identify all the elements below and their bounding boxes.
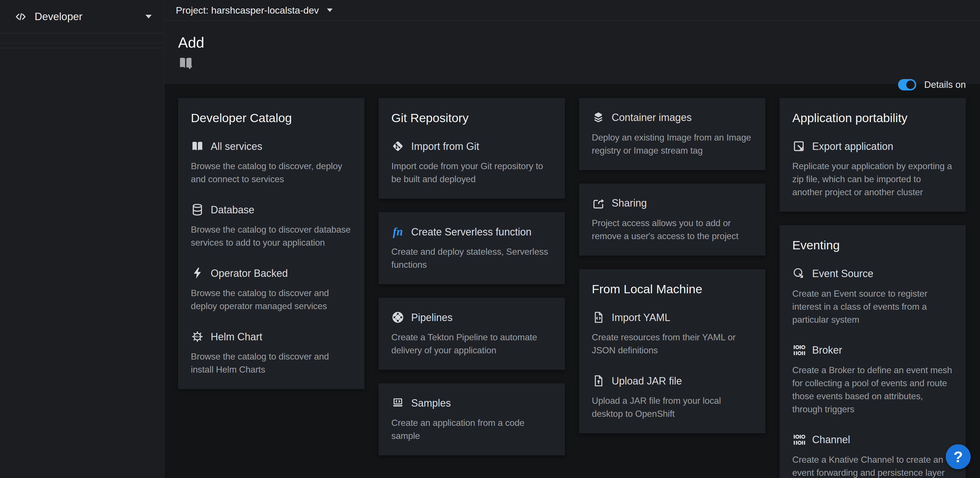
- card-item-head: Channel: [792, 433, 953, 446]
- card-item-head: Container images: [592, 111, 752, 124]
- card-item-head: fn Create Serverless function: [391, 225, 552, 238]
- card: Git Repository Import from Git Import co…: [379, 98, 565, 199]
- card-column-4: Application portability Export applicati…: [780, 98, 966, 478]
- fn-icon: fn: [391, 225, 404, 238]
- card-items: Pipelines Create a Tekton Pipeline to au…: [391, 311, 552, 357]
- card-item-head: All services: [191, 140, 352, 153]
- card-item-title: Sharing: [612, 197, 647, 209]
- card-item-description: Project access allows you to add or remo…: [592, 216, 752, 243]
- book-open-icon: [191, 140, 204, 153]
- laptop-code-icon: [391, 396, 404, 410]
- card-item-export-application[interactable]: Export application Replicate your applic…: [792, 140, 953, 199]
- card-item-description: Upload a JAR file from your local deskto…: [592, 394, 752, 420]
- card: Samples Create an application from a cod…: [379, 383, 565, 455]
- card-item-title: Samples: [411, 397, 451, 409]
- chevron-down-icon: [327, 8, 332, 12]
- project-bar: Project: harshcasper-localsta-dev: [164, 0, 980, 21]
- card-items: Import from Git Import code from your Gi…: [391, 140, 552, 186]
- help-button[interactable]: ?: [946, 444, 970, 469]
- card-items: Event Source Create an Event source to r…: [792, 267, 953, 478]
- details-toggle[interactable]: [898, 79, 916, 91]
- card: Developer Catalog All services Browse th…: [178, 98, 364, 389]
- add-page-content: Developer Catalog All services Browse th…: [164, 84, 980, 478]
- card-column-2: Git Repository Import from Git Import co…: [379, 98, 565, 455]
- question-icon: ?: [954, 448, 963, 465]
- card-title: Git Repository: [391, 111, 552, 125]
- card: Sharing Project access allows you to add…: [579, 184, 765, 256]
- card-item-head: Event Source: [792, 267, 953, 280]
- card-item-all-services[interactable]: All services Browse the catalog to disco…: [191, 140, 352, 186]
- card-item-title: Event Source: [812, 267, 873, 279]
- card-item-description: Browse the catalog to discover and deplo…: [191, 286, 352, 313]
- card-item-title: Helm Chart: [211, 331, 262, 343]
- bolt-icon: [191, 267, 204, 279]
- sidebar: Developer: [0, 0, 164, 478]
- book-plus-icon[interactable]: [178, 55, 193, 71]
- card-item-description: Browse the catalog to discover database …: [191, 223, 352, 249]
- card-item-title: Import YAML: [612, 311, 670, 324]
- card-item-description: Deploy an existing Image from an Image r…: [592, 131, 752, 157]
- details-toggle-label: Details on: [924, 79, 966, 90]
- card-item-title: Export application: [812, 140, 893, 152]
- tekton-icon: [391, 311, 404, 324]
- card-item-operator-backed[interactable]: Operator Backed Browse the catalog to di…: [191, 267, 352, 313]
- sidebar-nav-group: [0, 38, 164, 43]
- card-item-channel[interactable]: Channel Create a Knative Channel to crea…: [792, 433, 953, 478]
- card-item-pipelines[interactable]: Pipelines Create a Tekton Pipeline to au…: [391, 311, 552, 357]
- export-icon: [792, 140, 805, 153]
- details-toggle-group: Details on: [898, 79, 966, 91]
- card-item-create-serverless-function[interactable]: fn Create Serverless function Create and…: [391, 225, 552, 271]
- card-item-upload-jar-file[interactable]: Upload JAR file Upload a JAR file from y…: [592, 374, 752, 420]
- project-selector-label: Project: harshcasper-localsta-dev: [176, 5, 319, 16]
- card-item-title: Database: [211, 204, 255, 216]
- card-item-head: Operator Backed: [191, 267, 352, 279]
- card-item-title: Create Serverless function: [411, 226, 531, 238]
- card-item-database[interactable]: Database Browse the catalog to discover …: [191, 203, 352, 249]
- card-item-description: Create a Knative Channel to create an ev…: [792, 453, 953, 478]
- card-item-container-images[interactable]: Container images Deploy an existing Imag…: [592, 111, 752, 157]
- card-title: Developer Catalog: [191, 111, 352, 125]
- git-icon: [391, 140, 404, 153]
- card-item-event-source[interactable]: Event Source Create an Event source to r…: [792, 267, 953, 326]
- card-item-title: All services: [211, 140, 262, 152]
- card: fn Create Serverless function Create and…: [379, 212, 565, 284]
- sidebar-nav-group: [0, 43, 164, 48]
- card-title: From Local Machine: [592, 282, 752, 296]
- card-item-description: Create an application from a code sample: [391, 416, 552, 442]
- binary-icon: [792, 433, 805, 446]
- layered-cube-icon: [592, 111, 605, 124]
- card-item-import-from-git[interactable]: Import from Git Import code from your Gi…: [391, 140, 552, 186]
- card-title: Application portability: [792, 111, 953, 125]
- helm-icon: HELM: [191, 330, 204, 343]
- card-item-head: HELM Helm Chart: [191, 330, 352, 343]
- binary-icon: [792, 344, 805, 357]
- card-item-description: Replicate your application by exporting …: [792, 159, 953, 199]
- card-item-head: Broker: [792, 344, 953, 357]
- app-window: Developer Project: harshcasper-localsta-…: [0, 0, 980, 478]
- card-item-head: Pipelines: [391, 311, 552, 324]
- event-source-icon: [792, 267, 805, 280]
- card-items: Import YAML Create resources from their …: [592, 311, 752, 420]
- card-item-title: Pipelines: [411, 311, 453, 324]
- card-item-sharing[interactable]: Sharing Project access allows you to add…: [592, 197, 752, 243]
- card-item-broker[interactable]: Broker Create a Broker to define an even…: [792, 344, 953, 416]
- card: Eventing Event Source Create an Event so…: [780, 225, 966, 478]
- card-item-title: Container images: [612, 111, 692, 124]
- sidebar-nav: [0, 33, 164, 53]
- card-title: Eventing: [792, 238, 953, 252]
- card-item-head: Database: [191, 203, 352, 216]
- card-item-title: Import from Git: [411, 140, 479, 152]
- perspective-switcher[interactable]: Developer: [0, 0, 164, 33]
- card-item-import-yaml[interactable]: Import YAML Create resources from their …: [592, 311, 752, 357]
- code-icon: [14, 10, 27, 23]
- card-item-helm-chart[interactable]: HELM Helm Chart Browse the catalog to di…: [191, 330, 352, 376]
- page-title: Add: [178, 34, 966, 51]
- card-item-head: Sharing: [592, 197, 752, 210]
- card-item-description: Import code from your Git repository to …: [391, 159, 552, 186]
- project-selector[interactable]: Project: harshcasper-localsta-dev: [176, 5, 332, 16]
- card-item-samples[interactable]: Samples Create an application from a cod…: [391, 396, 552, 442]
- card-items: fn Create Serverless function Create and…: [391, 225, 552, 271]
- card-item-head: Import YAML: [592, 311, 752, 324]
- card-columns: Developer Catalog All services Browse th…: [178, 98, 966, 478]
- file-upload-icon: [592, 374, 605, 387]
